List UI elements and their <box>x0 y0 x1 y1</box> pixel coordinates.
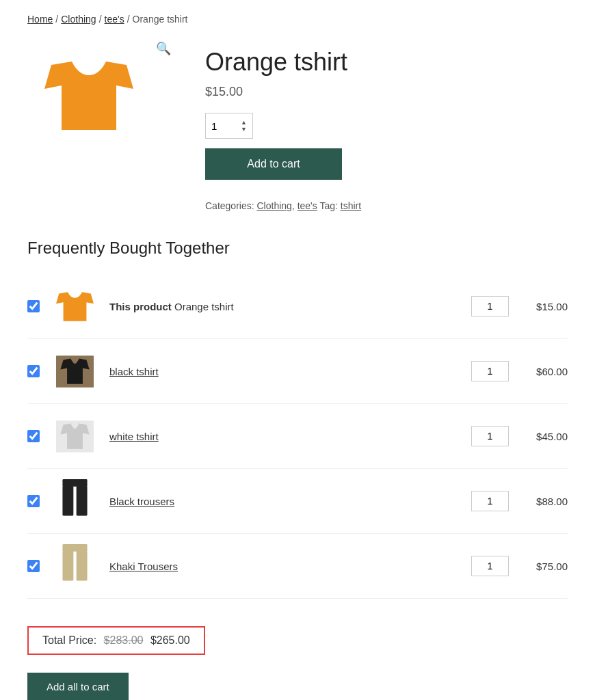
svg-rect-7 <box>76 551 87 580</box>
fbt-item-2: black tshirt $60.00 <box>27 339 568 404</box>
fbt-checkbox-5[interactable] <box>27 560 40 572</box>
qty-up-arrow[interactable]: ▲ <box>241 120 247 126</box>
breadcrumb-home[interactable]: Home <box>27 14 53 25</box>
breadcrumb-sep-1: / <box>55 14 58 25</box>
product-image-wrapper: 🔍 <box>27 41 178 150</box>
fbt-img-5 <box>51 542 98 590</box>
fbt-item-3: white tshirt $45.00 <box>27 404 568 469</box>
fbt-link-5[interactable]: Khaki Trousers <box>109 561 178 572</box>
category-tees[interactable]: tee's <box>298 200 317 211</box>
fbt-name-4: Black trousers <box>109 496 460 507</box>
fbt-name-5: Khaki Trousers <box>109 561 460 572</box>
fbt-price-2: $60.00 <box>520 366 568 377</box>
fbt-link-4[interactable]: Black trousers <box>109 496 174 507</box>
fbt-tshirt-black-svg <box>56 353 94 390</box>
fbt-section: Frequently Bought Together This product … <box>27 239 568 700</box>
svg-rect-3 <box>62 486 73 515</box>
fbt-item1-product-name: Orange tshirt <box>174 301 234 312</box>
this-product-label: This product <box>109 301 172 312</box>
fbt-checkbox-4[interactable] <box>27 495 40 507</box>
fbt-trousers-black-svg <box>56 479 94 524</box>
add-all-to-cart-button[interactable]: Add all to cart <box>27 673 129 700</box>
fbt-price-4: $88.00 <box>520 496 568 507</box>
svg-rect-6 <box>62 551 73 580</box>
product-image <box>27 41 150 150</box>
quantity-field[interactable] <box>211 120 236 132</box>
categories-row: Categories: Clothing, tee's Tag: tshirt <box>205 200 568 211</box>
breadcrumb-sep-3: / <box>127 14 130 25</box>
product-price: $15.00 <box>205 85 568 99</box>
fbt-img-4 <box>51 477 98 525</box>
fbt-checkbox-1[interactable] <box>27 300 40 312</box>
fbt-link-3[interactable]: white tshirt <box>109 431 159 442</box>
fbt-item-5: Khaki Trousers $75.00 <box>27 534 568 599</box>
qty-down-arrow[interactable]: ▼ <box>241 126 247 133</box>
fbt-trousers-khaki-svg <box>56 544 94 589</box>
total-price-box: Total Price: $283.00 $265.00 <box>27 626 205 655</box>
qty-arrows: ▲ ▼ <box>241 120 247 133</box>
total-old-price: $283.00 <box>104 634 144 646</box>
svg-rect-2 <box>62 479 87 487</box>
fbt-img-3 <box>51 412 98 460</box>
svg-rect-4 <box>76 486 87 515</box>
fbt-tshirt-orange-svg <box>56 288 94 325</box>
fbt-qty-5[interactable] <box>471 556 509 576</box>
product-title: Orange tshirt <box>205 48 568 77</box>
product-details: Orange tshirt $15.00 ▲ ▼ Add to cart Cat… <box>205 41 568 211</box>
breadcrumb: Home / Clothing / tee's / Orange tshirt <box>27 14 568 25</box>
fbt-qty-3[interactable] <box>471 426 509 446</box>
fbt-link-2[interactable]: black tshirt <box>109 366 159 377</box>
fbt-name-1: This product Orange tshirt <box>109 301 460 312</box>
quantity-input-wrapper: ▲ ▼ <box>205 113 253 139</box>
zoom-icon[interactable]: 🔍 <box>156 41 171 56</box>
total-label: Total Price: <box>42 634 96 646</box>
breadcrumb-current: Orange tshirt <box>133 14 188 25</box>
fbt-item-1: This product Orange tshirt $15.00 <box>27 274 568 339</box>
breadcrumb-clothing[interactable]: Clothing <box>61 14 96 25</box>
fbt-title: Frequently Bought Together <box>27 239 568 258</box>
add-to-cart-button[interactable]: Add to cart <box>205 148 342 180</box>
fbt-price-3: $45.00 <box>520 431 568 442</box>
tag-label: Tag: <box>319 200 340 211</box>
fbt-price-5: $75.00 <box>520 561 568 572</box>
fbt-checkbox-2[interactable] <box>27 365 40 377</box>
fbt-checkbox-3[interactable] <box>27 430 40 442</box>
fbt-price-1: $15.00 <box>520 301 568 312</box>
quantity-row: ▲ ▼ <box>205 113 568 139</box>
total-new-price: $265.00 <box>150 634 190 646</box>
product-section: 🔍 Orange tshirt $15.00 ▲ ▼ Add to cart C… <box>27 41 568 211</box>
fbt-tshirt-white-svg <box>56 418 94 455</box>
product-tshirt-svg <box>44 51 133 140</box>
breadcrumb-tees[interactable]: tee's <box>105 14 124 25</box>
fbt-qty-1[interactable] <box>471 296 509 317</box>
categories-label: Categories: <box>205 200 254 211</box>
svg-rect-5 <box>62 544 87 552</box>
fbt-item-4: Black trousers $88.00 <box>27 469 568 534</box>
fbt-qty-2[interactable] <box>471 361 509 381</box>
breadcrumb-sep-2: / <box>99 14 102 25</box>
category-clothing[interactable]: Clothing <box>256 200 291 211</box>
fbt-img-1 <box>51 282 98 330</box>
fbt-name-2: black tshirt <box>109 366 460 377</box>
fbt-qty-4[interactable] <box>471 491 509 511</box>
fbt-img-2 <box>51 347 98 395</box>
fbt-name-3: white tshirt <box>109 431 460 442</box>
tag-tshirt[interactable]: tshirt <box>341 200 361 211</box>
